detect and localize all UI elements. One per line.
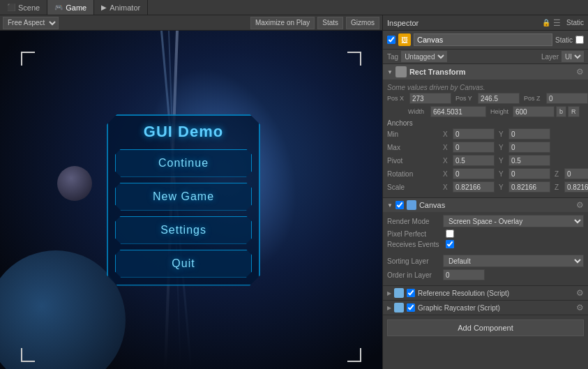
canvas-section-header[interactable]: ▼ Canvas ⚙ [383, 198, 588, 212]
animator-icon: ▶ [101, 3, 107, 11]
width-input[interactable] [430, 106, 486, 117]
pos-z-input[interactable] [546, 93, 588, 104]
object-name-input[interactable] [414, 33, 552, 46]
static-checkbox[interactable] [575, 36, 584, 44]
canvas-section-body: Render Mode Screen Space - Overlay Pixel… [383, 212, 588, 285]
ref-res-title: Reference Resolution (Script) [418, 289, 573, 297]
stats-button[interactable]: Stats [317, 17, 343, 29]
scale-z-input[interactable] [564, 181, 588, 193]
render-mode-select[interactable]: Screen Space - Overlay [443, 215, 584, 227]
sorting-layer-select[interactable]: Default [443, 255, 584, 267]
corner-decoration-br [347, 348, 361, 362]
scale-y-input[interactable] [508, 181, 550, 193]
settings-button[interactable]: Settings [115, 216, 252, 244]
pixel-perfect-row: Pixel Perfect [387, 229, 584, 238]
pixel-perfect-checkbox[interactable] [446, 229, 454, 238]
game-viewport: Free Aspect Maximize on Play Stats Gizmo… [0, 15, 382, 369]
canvas-icon: 🖼 [398, 33, 411, 46]
aspect-select[interactable]: Free Aspect [3, 17, 59, 29]
scalex-label: X [443, 183, 451, 191]
rot-y-input[interactable] [508, 168, 550, 179]
min-y-input[interactable] [508, 128, 550, 140]
b-button[interactable]: b [556, 106, 566, 117]
rect-transform-header[interactable]: ▼ Rect Transform ⚙ [383, 64, 588, 80]
canvas-section: ▼ Canvas ⚙ Render Mode Screen Space - Ov… [383, 198, 588, 286]
receives-events-row: Receives Events [387, 240, 584, 248]
sorting-layer-label: Sorting Layer [387, 257, 443, 265]
canvas-section-gear[interactable]: ⚙ [576, 200, 584, 210]
pivot-row: Pivot X Y [387, 155, 584, 166]
object-active-checkbox[interactable] [387, 36, 395, 44]
max-x-input[interactable] [453, 142, 495, 153]
rect-transform-gear[interactable]: ⚙ [576, 67, 584, 77]
raycaster-title: Graphic Raycaster (Script) [418, 304, 573, 312]
layer-select[interactable]: UI [561, 51, 584, 62]
ref-res-arrow[interactable]: ▶ [387, 290, 391, 296]
menu-icon[interactable]: ☰ [553, 18, 561, 28]
gizmos-button[interactable]: Gizmos [346, 17, 379, 29]
miny-label: Y [499, 130, 507, 138]
ref-res-gear[interactable]: ⚙ [576, 288, 584, 298]
min-label: Min [387, 130, 443, 138]
rect-transform-body: Some values driven by Canvas. Pos X Pos … [383, 80, 588, 197]
raycaster-gear[interactable]: ⚙ [576, 303, 584, 312]
height-input[interactable] [513, 106, 555, 117]
add-component-button[interactable]: Add Component [387, 319, 584, 336]
rotx-label: X [443, 170, 451, 178]
rot-x-input[interactable] [453, 168, 495, 179]
rot-z-input[interactable] [564, 168, 588, 179]
tab-game[interactable]: 🎮 Game [47, 0, 94, 15]
receives-events-checkbox[interactable] [446, 240, 454, 248]
order-in-layer-label: Order in Layer [387, 271, 443, 279]
scale-x-input[interactable] [453, 181, 495, 193]
render-mode-row: Render Mode Screen Space - Overlay [387, 215, 584, 227]
main-area: Free Aspect Maximize on Play Stats Gizmo… [0, 15, 588, 369]
pos-y-input[interactable] [478, 93, 520, 104]
order-in-layer-input[interactable] [443, 269, 485, 280]
maximize-on-play-button[interactable]: Maximize on Play [250, 17, 315, 29]
planet-small [57, 166, 92, 201]
pos-x-input[interactable] [409, 93, 451, 104]
new-game-button[interactable]: New Game [115, 183, 252, 211]
tab-scene[interactable]: ⬛ Scene [0, 0, 47, 15]
rotation-label: Rotation [387, 170, 443, 178]
scale-row: Scale X Y Z [387, 181, 584, 193]
anchors-label: Anchors [387, 119, 584, 127]
planet-large [0, 250, 126, 369]
raycaster-arrow[interactable]: ▶ [387, 305, 391, 311]
render-mode-label: Render Mode [387, 218, 443, 225]
tab-animator[interactable]: ▶ Animator [94, 0, 148, 15]
minx-label: X [443, 130, 451, 138]
tag-select[interactable]: Untagged [401, 51, 447, 62]
corner-decoration-bl [21, 348, 35, 362]
object-header: 🖼 Static [383, 31, 588, 50]
canvas-arrow: ▼ [387, 202, 393, 209]
lock-icon[interactable]: 🔒 [542, 19, 550, 27]
r-button[interactable]: R [568, 106, 580, 117]
pivot-label: Pivot [387, 157, 443, 165]
anchors-max-row: Max X Y [387, 142, 584, 153]
inspector-scroll[interactable]: 🖼 Static Tag Untagged Layer UI [383, 31, 588, 369]
canvas-enabled-checkbox[interactable] [395, 201, 404, 209]
continue-button[interactable]: Continue [115, 149, 252, 177]
rect-transform-section: ▼ Rect Transform ⚙ Some values driven by… [383, 64, 588, 198]
raycaster-checkbox[interactable] [407, 303, 415, 312]
inspector-header: Inspector 🔒 ☰ Static [383, 15, 588, 31]
ref-res-checkbox[interactable] [407, 289, 415, 297]
max-label: Max [387, 144, 443, 151]
scene-icon: ⬛ [7, 3, 15, 11]
scalez-label: Z [555, 183, 563, 191]
max-y-input[interactable] [508, 142, 550, 153]
quit-button[interactable]: Quit [115, 250, 252, 278]
pos-row: Pos X Pos Y Pos Z [387, 93, 584, 104]
sorting-layer-row: Sorting Layer Default [387, 255, 584, 267]
pivot-y-input[interactable] [508, 155, 550, 166]
graphic-raycaster-row: ▶ Graphic Raycaster (Script) ⚙ [383, 301, 588, 315]
pivot-x-input[interactable] [453, 155, 495, 166]
anchors-min-row: Min X Y [387, 128, 584, 140]
inspector-title: Inspector [387, 19, 539, 27]
min-x-input[interactable] [453, 128, 495, 140]
game-background: GUI Demo Continue New Game Settings Quit [0, 31, 382, 369]
corner-decoration-tr [347, 52, 361, 66]
maxy-label: Y [499, 144, 507, 151]
